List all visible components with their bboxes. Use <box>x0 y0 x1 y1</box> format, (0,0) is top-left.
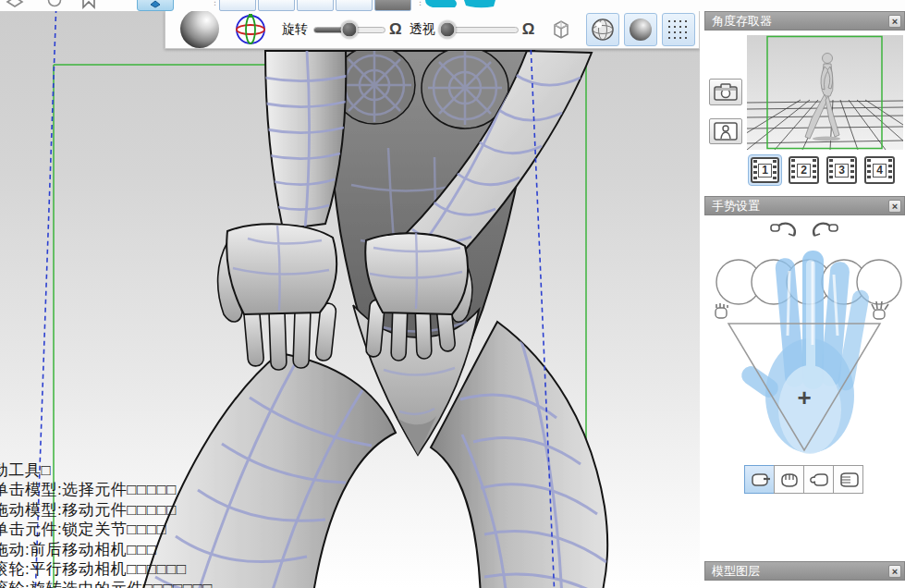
angle-slot-1[interactable]: 1 <box>748 154 782 186</box>
toolbar-button-2[interactable] <box>258 0 295 11</box>
camera-icon <box>713 82 739 102</box>
rotate-hand-right-icon[interactable] <box>813 224 838 236</box>
closed-hand-icon <box>715 303 728 318</box>
shading-sphere-icon[interactable] <box>180 11 219 48</box>
model-left-hand <box>218 224 337 370</box>
toolbar-button-5[interactable] <box>374 0 411 11</box>
help-line: 单击元件:锁定关节□□□□ <box>0 520 213 539</box>
gesture-preset-fist[interactable] <box>774 465 804 494</box>
gesture-settings-panel: 手势设置 × <box>704 196 905 504</box>
toolbar-button-4[interactable] <box>336 0 373 11</box>
close-icon[interactable]: × <box>888 15 901 28</box>
angle-slot-3[interactable]: 3 <box>825 154 859 186</box>
panel-title: 手势设置 <box>712 198 760 214</box>
close-icon[interactable]: × <box>888 200 901 213</box>
rotate-label: 旋转 <box>282 21 308 38</box>
panel-title-bar: 模型图层 × <box>704 561 905 581</box>
fit-figure-button[interactable] <box>709 118 742 144</box>
help-line: 单击模型:选择元件□□□□□ <box>0 480 213 499</box>
material-sphere-button[interactable] <box>586 13 619 46</box>
bookmark-icon[interactable] <box>79 0 98 11</box>
app-toolbar-cut: ⋮ ⋮ <box>0 0 905 11</box>
angle-preview-scene <box>747 35 903 150</box>
panel-title-bar: 手势设置 × <box>704 196 905 215</box>
toolbar-button-1[interactable] <box>219 0 256 11</box>
wireframe-cube-icon[interactable] <box>547 16 575 43</box>
rotate-reset-icon[interactable]: Ω <box>389 20 402 39</box>
rotate-slider[interactable] <box>313 23 385 37</box>
help-line: 拖动模型:移动元件□□□□□ <box>0 500 213 520</box>
angle-slot-2[interactable]: 2 <box>787 154 821 186</box>
app-logo <box>423 0 507 11</box>
rotate-hand-left-icon[interactable] <box>771 224 795 236</box>
model-layers-panel: 模型图层 × <box>704 561 905 588</box>
help-line: 滚轮:平行移动相机□□□□□□ <box>0 559 213 579</box>
circle-tool-icon[interactable] <box>46 0 63 8</box>
help-line: 动工具□ <box>0 460 213 480</box>
angle-slots: 1 2 3 4 <box>704 154 905 188</box>
active-mode-button[interactable] <box>137 0 174 11</box>
halftone-button[interactable] <box>662 13 695 46</box>
help-line: 滚轮:旋转选中的元件□□□□□□□ <box>0 579 213 588</box>
angle-preview[interactable] <box>747 35 903 150</box>
perspective-slider[interactable] <box>441 23 519 37</box>
solid-sphere-button[interactable] <box>624 13 657 46</box>
figure-frame-icon <box>714 122 738 141</box>
rotation-gizmo-icon[interactable] <box>232 11 269 48</box>
panel-title: 角度存取器 <box>712 13 772 30</box>
angle-accessor-panel: 角度存取器 × <box>704 11 905 190</box>
help-line: 拖动:前后移动相机□□□ <box>0 540 213 559</box>
close-icon[interactable]: × <box>888 565 901 578</box>
angle-slot-4[interactable]: 4 <box>862 154 897 186</box>
view-toolbar: 旋转 Ω 透视 Ω <box>165 11 700 49</box>
gesture-preset-thumb[interactable] <box>803 465 834 494</box>
gesture-preset-flat[interactable] <box>833 465 863 494</box>
gesture-presets <box>745 465 863 494</box>
gesture-preset-point[interactable] <box>744 465 775 494</box>
mini-mannequin <box>805 54 839 140</box>
panel-title-bar: 角度存取器 × <box>704 11 905 31</box>
panel-title: 模型图层 <box>712 563 760 580</box>
gesture-graphic: + <box>704 215 905 504</box>
gesture-plus: + <box>797 384 811 411</box>
perspective-reset-icon[interactable]: Ω <box>522 20 535 39</box>
perspective-label: 透视 <box>410 21 435 38</box>
viewport-canvas[interactable]: 旋转 Ω 透视 Ω 动工具□ 单击模型:选择元件□□□□□ 拖动模型:移动元 <box>0 11 700 588</box>
tool-help-text: 动工具□ 单击模型:选择元件□□□□□ 拖动模型:移动元件□□□□□ 单击元件:… <box>0 460 213 588</box>
capture-camera-button[interactable] <box>709 79 742 105</box>
separator-dots: ⋮ <box>211 0 219 4</box>
layers-icon[interactable] <box>6 0 24 11</box>
toolbar-button-3[interactable] <box>297 0 334 11</box>
